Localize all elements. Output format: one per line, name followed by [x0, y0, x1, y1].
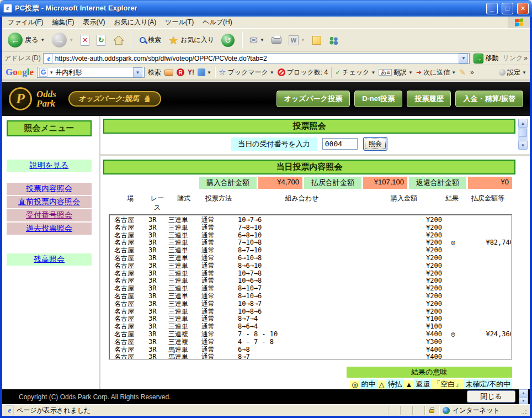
mail-button[interactable]: ✉ ▼ [247, 33, 267, 47]
total-label: 払戻合計金額 [304, 177, 361, 189]
menu-item[interactable]: 表示(V) [78, 16, 109, 29]
cell-type: 三連単 [168, 239, 201, 247]
cell-amount: ¥100 [368, 323, 442, 331]
bookmarks-dropdown-icon[interactable]: ▼ [270, 70, 274, 75]
ie-page-icon: e [3, 4, 12, 13]
home-button[interactable] [110, 34, 127, 47]
messenger-button[interactable] [326, 35, 342, 46]
top-frame-scrollbar[interactable]: ▲ ▼ [518, 119, 528, 150]
cell-method: 通常 [201, 353, 238, 360]
forward-button[interactable]: → ▼ [50, 31, 76, 49]
stop-button[interactable]: ✕ [78, 34, 92, 47]
sidebar-item[interactable]: 直前投票内容照会 [7, 196, 92, 208]
cell-combo: 8→7→10 [238, 247, 368, 255]
close-page-button[interactable]: 閉じる [467, 390, 515, 403]
print-button[interactable] [269, 36, 284, 45]
table-header-row: 場 レース 賭式 投票方法 組み合わせ 購入金額 結果 払戻金額等 [109, 194, 512, 213]
inquiry-submit-button[interactable]: 照会 [363, 137, 387, 151]
back-button[interactable]: ← 戻る ▼ [6, 31, 47, 49]
spellcheck-dropdown-icon[interactable]: ▼ [371, 70, 375, 75]
resize-grip[interactable] [522, 406, 528, 415]
cell-result [442, 285, 464, 293]
mail-dropdown-icon[interactable]: ▼ [260, 38, 264, 43]
legend-label: 特払 [386, 379, 404, 389]
cell-combo: 10→6→8 [238, 277, 368, 285]
toolbar-overflow-icon[interactable] [469, 68, 474, 76]
card-button[interactable] [164, 70, 173, 76]
settings-dropdown-icon[interactable]: ▼ [522, 70, 526, 75]
menu-item[interactable]: お気に入り(A) [109, 16, 161, 29]
spellcheck-button[interactable]: ✓ チェック ▼ [335, 68, 375, 77]
translate-button[interactable]: あa 翻訳 ▼ [379, 68, 413, 77]
menu-item[interactable]: ファイル(F) [3, 16, 47, 29]
inquiry-menu-sidebar: 照会メニュー 説明を見る 投票内容照会 直前投票内容照会 [2, 116, 100, 389]
go-button[interactable]: → 移動 [472, 53, 500, 64]
sidebar-item[interactable]: 受付番号照会 [7, 209, 92, 221]
maximize-button[interactable]: □ [502, 3, 513, 14]
cell-type: 馬連単 [168, 353, 201, 360]
toolbar-divider [132, 31, 132, 49]
menu-item[interactable]: ヘルプ(H) [198, 16, 237, 29]
cell-amount: ¥200 [368, 262, 442, 270]
column-header: 場 [109, 194, 147, 213]
site-nav-button[interactable]: D-net投票 [354, 91, 402, 107]
footer-scrollbar[interactable]: ▲ ▼ [519, 389, 528, 404]
highlighter-button[interactable]: ✎ [459, 68, 466, 77]
google-search-dropdown-icon[interactable]: ▼ [49, 70, 54, 75]
edit-with-word-button[interactable]: W ▼ [286, 34, 307, 46]
send-dropdown-icon[interactable]: ▼ [451, 70, 456, 75]
close-window-button[interactable]: ✕ [517, 3, 529, 14]
sidebar-item[interactable]: 投票内容照会 [7, 183, 92, 195]
minimize-button[interactable]: _ [486, 3, 498, 14]
menu-item[interactable]: ツール(T) [161, 16, 198, 29]
forward-dropdown-icon: ▼ [69, 38, 73, 43]
content-area: 照会メニュー 説明を見る 投票内容照会 直前投票内容照会 [2, 116, 530, 389]
address-dropdown-icon[interactable]: ▼ [459, 54, 468, 64]
sidebar-item-balance[interactable]: 残高照会 [7, 253, 92, 266]
total-value: ¥4,700 [258, 177, 302, 189]
main-area: 投票照会 当日の受付番号を入力 照会 ▲ ▼ [100, 116, 530, 389]
scroll-down-icon[interactable]: ▼ [519, 397, 528, 404]
copyright-text: Copyright (C) Odds Park Corp. All Rights… [19, 393, 171, 401]
google-settings-button[interactable]: 設定 ▼ [499, 68, 526, 77]
favorites-button[interactable]: ★ お気に入り [166, 33, 216, 48]
google-search-button[interactable]: 検索 [148, 68, 161, 77]
translate-dropdown-icon[interactable]: ▼ [408, 70, 413, 75]
bookmarks-button[interactable]: ☆ ブックマーク ▼ [219, 67, 274, 77]
notes-button[interactable] [310, 35, 323, 46]
popup-blocker-button[interactable]: ブロック数: 4 [278, 68, 328, 77]
totals-row: 購入合計金額 ¥4,700 払戻合計金額 ¥107,100 返還合計金額 ¥0 [103, 177, 512, 189]
cell-venue: 名古屋 [110, 315, 148, 323]
google-search-input[interactable]: G ▼ 井内利彰 ▼ [37, 67, 145, 78]
site-nav-button[interactable]: オッズパーク投票 [276, 91, 350, 107]
scroll-down-icon[interactable]: ▼ [518, 141, 528, 150]
site-nav-button[interactable]: 入金・精算/振替 [455, 91, 523, 107]
search-button[interactable]: 検索 [137, 34, 163, 46]
links-toolbar-label[interactable]: リンク [502, 54, 528, 63]
google-query-dropdown-icon[interactable]: ▼ [133, 67, 142, 77]
cell-combo: 8→10→7 [238, 285, 368, 293]
address-input[interactable]: e https://vote-auth.oddspark.com/sbp/dfw… [43, 53, 470, 64]
yahoo-button[interactable]: Y! [188, 68, 194, 76]
send-to-button[interactable]: ➜ 次に送信 ▼ [416, 68, 456, 77]
gadget-button[interactable]: ▼ [198, 68, 211, 76]
sidebar-item[interactable]: 過去投票照会 [7, 223, 92, 235]
site-nav-button[interactable]: 投票履歴 [407, 91, 451, 107]
print-icon [272, 37, 281, 44]
refresh-button[interactable]: ↻ [94, 34, 108, 47]
sidebar-item-help[interactable]: 説明を見る [7, 160, 92, 172]
cell-payout [464, 338, 512, 346]
window-title: PC投票 - Microsoft Internet Explorer [15, 3, 482, 13]
back-dropdown-icon[interactable]: ▼ [40, 38, 45, 43]
menu-item[interactable]: 編集(E) [47, 16, 78, 29]
r-service-button[interactable]: R [177, 68, 184, 76]
receipt-number-input[interactable] [322, 138, 358, 150]
scroll-up-icon[interactable]: ▲ [518, 119, 528, 128]
scroll-thumb[interactable] [519, 129, 527, 137]
status-page-icon: e [6, 405, 14, 415]
history-button[interactable]: ↺ [219, 33, 237, 48]
security-pane [424, 406, 439, 415]
gadget-dropdown-icon[interactable]: ▼ [207, 70, 211, 75]
scroll-up-icon[interactable]: ▲ [519, 389, 528, 396]
cell-method: 通常 [201, 239, 238, 247]
